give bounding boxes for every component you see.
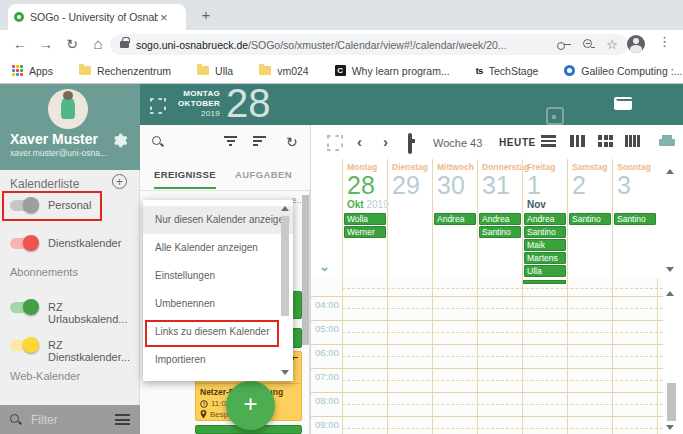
allday-event[interactable]: Andrea xyxy=(434,213,476,225)
bookmark-vm024[interactable]: vm024 xyxy=(259,65,309,77)
toggle-rz-dienst[interactable] xyxy=(10,340,37,351)
browser-profile-icon[interactable] xyxy=(627,35,645,53)
annotation-box-personal xyxy=(2,191,102,221)
url-bar[interactable]: sogo.uni-osnabrueck.de /SOGo/so/xmuster/… xyxy=(110,34,628,55)
allday-sonntag[interactable]: Santino xyxy=(612,213,657,278)
c-badge-icon: C xyxy=(335,65,346,76)
calendar-filter-bar[interactable] xyxy=(0,405,140,434)
tab-aufgaben[interactable]: AUFGABEN xyxy=(235,169,292,180)
allday-donnerstag[interactable]: Andrea Santino xyxy=(477,213,522,278)
folder-icon xyxy=(259,66,271,75)
allday-dienstag[interactable] xyxy=(387,213,432,278)
calendar-module-icon[interactable] xyxy=(546,107,564,125)
day-header-mittwoch[interactable]: Mittwoch 30 xyxy=(432,159,477,213)
allday-mittwoch[interactable]: Andrea xyxy=(432,213,477,278)
add-event-fab[interactable]: + xyxy=(226,381,275,430)
toggle-dienstkalender[interactable] xyxy=(10,238,37,249)
new-tab-button[interactable]: + xyxy=(196,6,216,23)
tab-ereignisse[interactable]: EREIGNISSE xyxy=(154,169,216,189)
events-toolbar: ↻ xyxy=(140,125,310,160)
add-calendar-icon[interactable]: + xyxy=(112,174,127,189)
browser-menu-icon[interactable]: ⋮ xyxy=(658,34,671,49)
hour-row[interactable]: 09:00 xyxy=(311,416,663,434)
user-name: Xaver Muster xyxy=(10,131,98,147)
bookmark-rechenzentrum[interactable]: Rechenzentrum xyxy=(79,65,171,77)
menu-item-umbenennen[interactable]: Umbenennen xyxy=(143,290,293,318)
day-header-dienstag[interactable]: Dienstag 29 xyxy=(387,159,432,213)
allday-event[interactable]: Martens xyxy=(524,252,566,264)
bookmark-why-learn[interactable]: C Why learn program... xyxy=(335,65,450,77)
allday-event[interactable]: Werner xyxy=(344,226,386,238)
expand-allday-icon[interactable]: ⌄ xyxy=(319,259,330,274)
user-avatar[interactable] xyxy=(48,89,88,129)
day-header-sonntag[interactable]: Sonntag 3 xyxy=(612,159,657,213)
zoom-out-icon[interactable] xyxy=(583,39,594,50)
filter-icon[interactable] xyxy=(224,136,237,146)
bookmark-techstage[interactable]: ts TechStage xyxy=(476,65,539,77)
allday-freitag[interactable]: Andrea Santino Maik Martens Ulla xyxy=(522,213,567,278)
hamburger-menu-icon[interactable] xyxy=(115,414,130,425)
day-header-donnerstag[interactable]: Donnerstag 31 xyxy=(477,159,522,213)
allday-event[interactable]: Andrea xyxy=(524,213,566,225)
allday-event[interactable]: Santino xyxy=(614,213,656,225)
timed-event-freitag[interactable] xyxy=(523,280,566,284)
allday-event[interactable]: Ulla xyxy=(524,265,566,277)
multiweek-view-icon[interactable] xyxy=(625,135,640,147)
day-header-montag[interactable]: Montag 28 Okt 2019 xyxy=(342,159,387,213)
next-week-icon[interactable]: › xyxy=(383,135,388,148)
calendar-item-rz-urlaub[interactable]: RZ Urlaubskalend... xyxy=(0,296,140,320)
today-button[interactable]: HEUTE xyxy=(499,137,536,148)
mail-module-icon[interactable] xyxy=(614,97,632,110)
toggle-rz-urlaub[interactable] xyxy=(10,302,37,313)
expand-calendar-icon[interactable] xyxy=(327,135,339,147)
time-grid[interactable]: 04:00 05:00 06:00 07:00 08:00 09:00 xyxy=(311,278,663,434)
tab-close-icon[interactable]: × xyxy=(160,10,168,25)
collapse-panel-icon[interactable] xyxy=(150,98,162,110)
search-events-icon[interactable] xyxy=(152,136,163,147)
password-key-icon[interactable] xyxy=(557,41,571,49)
ts-badge-icon: ts xyxy=(476,66,483,76)
allday-event[interactable]: Wolla xyxy=(344,213,386,225)
back-icon[interactable]: ← xyxy=(10,34,30,54)
browser-tab[interactable]: SOGo - University of Osnabrueck × xyxy=(8,4,186,30)
menu-scrollbar[interactable] xyxy=(280,204,291,377)
calendar-list-title: Kalenderliste xyxy=(10,177,79,191)
sort-icon[interactable] xyxy=(253,136,266,146)
allday-event[interactable]: Santino xyxy=(479,226,521,238)
day-view-icon[interactable] xyxy=(541,135,556,147)
prev-week-icon[interactable]: ‹ xyxy=(357,135,362,148)
calendar-context-menu: Nur diesen Kalender anzeigen Alle Kalend… xyxy=(143,200,293,381)
menu-item-importieren[interactable]: Importieren xyxy=(143,346,293,374)
home-icon[interactable]: ⌂ xyxy=(88,34,108,54)
day-header-samstag[interactable]: Samstag 2 xyxy=(567,159,612,213)
week-label[interactable]: Woche 43 xyxy=(433,137,482,149)
day-header-freitag[interactable]: Freitag 1 Nov xyxy=(522,159,567,213)
bookmark-star-icon[interactable]: ☆ xyxy=(606,39,618,50)
events-scrollbar[interactable] xyxy=(302,191,309,434)
menu-item-alle-kalender[interactable]: Alle Kalender anzeigen xyxy=(143,234,293,262)
bookmark-apps[interactable]: Apps xyxy=(12,65,53,77)
menu-item-nur-diesen[interactable]: Nur diesen Kalender anzeigen xyxy=(143,206,293,234)
calendar-item-dienstkalender[interactable]: Dienstkalender xyxy=(0,232,140,256)
allday-event[interactable]: Maik xyxy=(524,239,566,251)
location-pin-icon xyxy=(200,410,207,419)
allday-samstag[interactable]: Santino xyxy=(567,213,612,278)
calendar-item-rz-dienst[interactable]: RZ Dienstkalender... xyxy=(0,334,140,358)
calendar-scrollbar[interactable] xyxy=(665,125,679,434)
sogo-favicon-icon xyxy=(14,12,24,22)
allday-event[interactable]: Santino xyxy=(569,213,611,225)
allday-event[interactable]: Andrea xyxy=(479,213,521,225)
filter-input[interactable] xyxy=(31,413,101,427)
settings-gear-icon[interactable] xyxy=(111,132,128,149)
menu-item-einstellungen[interactable]: Einstellungen xyxy=(143,262,293,290)
allday-event[interactable]: Santino xyxy=(524,226,566,238)
bookmark-ulla[interactable]: Ulla xyxy=(197,65,233,77)
month-view-icon[interactable] xyxy=(598,135,613,147)
forward-icon[interactable]: → xyxy=(36,34,56,54)
datepicker-icon[interactable] xyxy=(408,133,412,154)
allday-montag[interactable]: Wolla Werner xyxy=(342,213,387,278)
refresh-icon[interactable]: ↻ xyxy=(286,136,298,148)
week-view-icon[interactable] xyxy=(570,135,585,147)
bookmark-galileo[interactable]: Galileo Computing :... xyxy=(564,65,682,77)
reload-icon[interactable]: ↻ xyxy=(62,34,82,54)
